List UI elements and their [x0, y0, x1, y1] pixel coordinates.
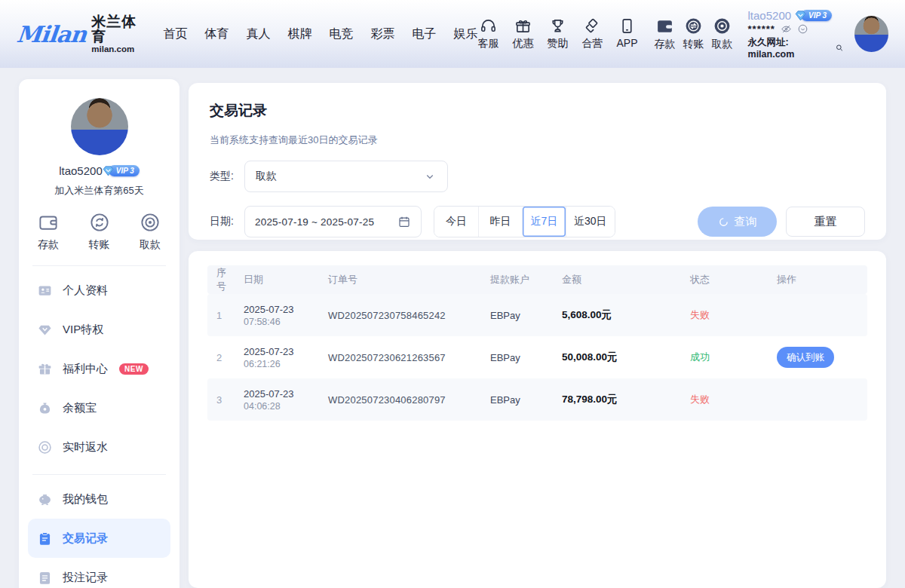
row-date-day: 2025-07-23: [244, 304, 316, 315]
transfer-button[interactable]: 转账: [88, 211, 111, 252]
sidebar-item-label: 福利中心: [63, 362, 108, 376]
row-order-number: WD202507230406280797: [322, 394, 484, 406]
table-row: 2 2025-07-23 06:21:26 WD2025072306212635…: [207, 336, 867, 378]
magnifier-icon[interactable]: [835, 43, 844, 53]
sidebar-item-label: 交易记录: [63, 531, 108, 546]
id-card-icon: [37, 283, 53, 299]
status-badge: 失败: [684, 308, 771, 322]
type-label: 类型:: [210, 170, 244, 183]
file-record-icon: [37, 570, 53, 586]
row-action: 确认到账: [771, 347, 867, 368]
spinner-icon: [718, 216, 729, 228]
reset-button[interactable]: 重置: [786, 207, 865, 237]
nav-item-chess[interactable]: 棋牌: [288, 26, 312, 42]
withdraw-button[interactable]: 取款: [139, 211, 161, 252]
affiliate-link[interactable]: 合营: [582, 17, 603, 51]
nav-item-sports[interactable]: 体育: [205, 26, 229, 42]
nav-item-home[interactable]: 首页: [164, 26, 188, 42]
status-badge: 失败: [684, 393, 771, 406]
vip-label: VIP 3: [808, 11, 827, 20]
withdraw-link[interactable]: 取款: [712, 17, 733, 51]
preset-today[interactable]: 今日: [434, 207, 478, 237]
withdraw-label: 取款: [712, 38, 733, 51]
sidebar-item-wallet[interactable]: 我的钱包: [28, 479, 170, 519]
sponsorship-link[interactable]: 赞助: [548, 17, 569, 51]
query-button[interactable]: 查询: [698, 207, 777, 237]
deposit-label: 存款: [655, 38, 676, 51]
divider: [32, 265, 166, 266]
new-badge: NEW: [119, 363, 149, 375]
sidebar-item-bets[interactable]: 投注记录: [28, 558, 170, 588]
sidebar-item-welfare[interactable]: 福利中心 NEW: [28, 349, 170, 388]
sidebar: ltao5200 VIP 3 加入米兰体育第65天 存款 转账 取款: [19, 79, 179, 588]
vip-badge: VIP 3: [801, 10, 832, 21]
sidebar-item-rebate[interactable]: 实时返水: [28, 427, 170, 467]
eye-slash-icon[interactable]: [781, 23, 792, 35]
vip-label: VIP 3: [116, 167, 134, 175]
phone-icon: [618, 17, 636, 35]
nav-item-casino[interactable]: 娱乐: [454, 26, 478, 42]
vip-diamond-icon: [102, 164, 115, 177]
avatar[interactable]: [854, 16, 888, 52]
sidebar-item-label: 实时返水: [63, 440, 108, 455]
row-amount: 5,608.00元: [556, 308, 684, 322]
confirm-receipt-button[interactable]: 确认到账: [777, 347, 834, 368]
sidebar-item-label: VIP特权: [63, 323, 103, 337]
username[interactable]: ltao5200: [748, 9, 792, 22]
date-range-value: 2025-07-19 ~ 2025-07-25: [255, 216, 374, 228]
nav-item-lottery[interactable]: 彩票: [371, 26, 395, 42]
preset-last30days[interactable]: 近30日: [566, 207, 615, 237]
sidebar-item-transactions[interactable]: 交易记录: [28, 519, 170, 558]
customer-service-label: 客服: [478, 37, 499, 51]
main-nav: 首页 体育 真人 棋牌 电竞 彩票 电子 娱乐: [164, 26, 478, 42]
vip-diamond-icon: [794, 9, 807, 22]
transfer-label: 转账: [89, 238, 110, 252]
row-order-number: WD202507230758465242: [322, 310, 484, 321]
sidebar-quick-actions: 存款 转账 取款: [19, 211, 179, 252]
sidebar-item-label: 投注记录: [63, 571, 108, 585]
trophy-icon: [549, 17, 566, 35]
nav-item-slots[interactable]: 电子: [413, 26, 437, 42]
transfer-outline-icon: [88, 211, 111, 234]
chevron-down-icon: [423, 170, 437, 183]
brand-logo[interactable]: Milan 米兰体育 milan.com: [17, 14, 144, 54]
transfer-link[interactable]: 转账: [683, 17, 704, 51]
chevron-circle-icon[interactable]: [797, 23, 808, 35]
transactions-table-card: 序号 日期 订单号 提款账户 金额 状态 操作 1 2025-07-23 07:…: [189, 251, 886, 588]
nav-item-live[interactable]: 真人: [247, 26, 271, 42]
date-range-input[interactable]: 2025-07-19 ~ 2025-07-25: [244, 206, 422, 237]
app-label: APP: [617, 37, 638, 49]
col-status: 状态: [684, 273, 771, 286]
sidebar-item-vip[interactable]: VIP特权: [28, 310, 170, 349]
app-download-link[interactable]: APP: [617, 17, 638, 51]
nav-item-esports[interactable]: 电竞: [330, 26, 354, 42]
date-filter-row: 日期: 2025-07-19 ~ 2025-07-25 今日 昨日 近7日 近3…: [210, 206, 865, 237]
promotions-label: 优惠: [513, 37, 534, 51]
promotions-link[interactable]: 优惠: [513, 17, 534, 51]
preset-yesterday[interactable]: 昨日: [478, 207, 522, 237]
customer-service-link[interactable]: 客服: [478, 17, 499, 51]
col-account: 提款账户: [484, 273, 556, 286]
deposit-button[interactable]: 存款: [37, 211, 60, 252]
page: Milan 米兰体育 milan.com 首页 体育 真人 棋牌 电竞 彩票 电…: [0, 0, 905, 588]
page-subtitle: 当前系统支持查询最近30日的交易记录: [210, 133, 865, 147]
preset-last7days[interactable]: 近7日: [522, 207, 566, 237]
avatar[interactable]: [71, 98, 128, 155]
brand-domain: milan.com: [91, 44, 143, 54]
sidebar-item-profile[interactable]: 个人资料: [28, 271, 170, 310]
row-date-day: 2025-07-23: [244, 388, 316, 400]
withdraw-outline-icon: [139, 211, 161, 234]
brand-name-cn: 米兰体育: [91, 14, 143, 44]
header-user-info: ltao5200 VIP 3 ****** 永久网址: milan.com: [748, 9, 844, 60]
table-row: 1 2025-07-23 07:58:46 WD2025072307584652…: [207, 294, 867, 336]
clipboard-icon: [37, 531, 53, 547]
deposit-link[interactable]: 存款: [655, 17, 676, 51]
type-select[interactable]: 取款: [244, 161, 448, 192]
sidebar-menu: 个人资料 VIP特权 福利中心 NEW 余额宝 实时返水: [19, 271, 179, 467]
row-date-day: 2025-07-23: [244, 346, 316, 357]
sidebar-item-yuebao[interactable]: 余额宝: [28, 388, 170, 427]
sidebar-menu-records: 我的钱包 交易记录 投注记录: [19, 479, 179, 588]
masked-balance: ******: [748, 23, 775, 35]
row-account: EBPay: [484, 352, 556, 363]
diamond-icon: [37, 322, 53, 338]
